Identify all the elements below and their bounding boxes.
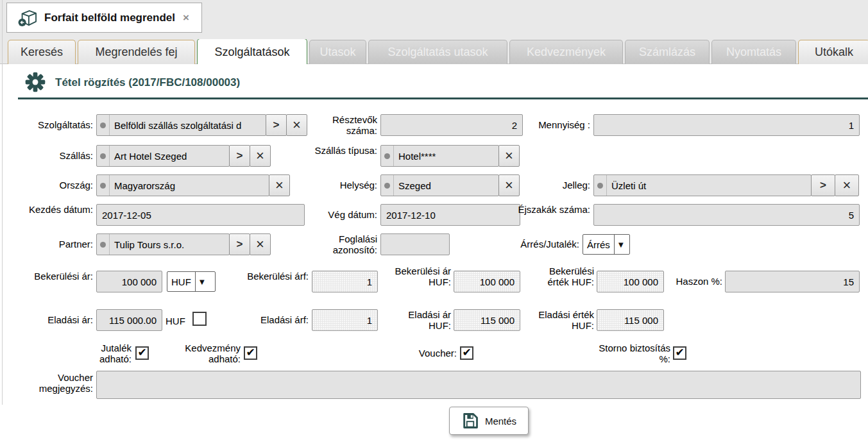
eladasi-ertek-huf-label: Eladási érték HUF: [522,309,594,331]
partner-clear-button[interactable]: × [250,233,271,255]
mennyiseg-field[interactable]: 1 [593,114,860,136]
bullet-icon [384,153,390,159]
haszon-field[interactable]: 15 [725,271,860,292]
eladasi-ar-label: Eladási ár: [29,314,93,325]
eladasi-ar-value: 115 000.00 [109,315,157,326]
tab-szolgaltatasok[interactable]: Szolgáltatások [197,39,307,64]
tab-kedvezmenyek: Kedvezmények [509,40,623,64]
voucher-checkbox[interactable]: ✔ [460,346,473,360]
tab-megrendeles-fej[interactable]: Megrendelés fej [78,40,195,64]
szolgaltatas-clear-button[interactable]: × [286,114,307,136]
szolgaltatas-combo[interactable]: Belföldi szállás szolgáltatási d > × [96,114,309,136]
eladasi-arf-value: 1 [367,315,372,326]
dropdown-arrow-icon: ▼ [614,235,627,254]
ejszakak-szama-field[interactable]: 5 [593,204,860,226]
resztevok-szama-label: Résztevők száma: [307,114,377,136]
check-icon: ✔ [462,347,471,358]
eladasi-ar-huf-field[interactable]: 115 000 [454,309,520,331]
foglalasi-azonosito-field[interactable] [380,233,450,255]
jelleg-clear-button[interactable]: × [835,174,859,196]
check-icon: ✔ [675,347,684,358]
bekerulesi-ertek-huf-value: 100 000 [624,276,658,287]
bekerulesi-ar-value: 100 000 [122,276,157,287]
orszag-label: Ország: [10,180,93,190]
jelleg-value: Üzleti út [611,180,646,191]
szallas-label: Szállás: [10,150,93,161]
bekerulesi-ertek-huf-label: Bekerülési érték HUF: [530,266,594,287]
arres-jutalek-value: Árrés [583,235,614,254]
veg-datum-field[interactable]: 2017-12-10 [380,204,520,226]
eladasi-ar-field[interactable]: 115 000.00 [96,309,162,331]
orszag-combo[interactable]: Magyarország × [96,174,291,196]
package-icon [17,9,38,27]
tab-kereses[interactable]: Keresés [8,40,76,64]
szallas-tipusa-combo[interactable]: Hotel**** × [380,145,520,167]
storno-biztositas-checkbox[interactable]: ✔ [673,346,686,360]
kedvezmeny-adhato-label: Kedvezmény adható: [164,343,241,364]
ejszakak-szama-value: 5 [849,210,854,221]
eladasi-ar-huf-value: 115 000 [481,315,515,326]
bekerulesi-ertek-huf-field[interactable]: 100 000 [597,271,664,292]
bekerulesi-ar-currency-value: HUF [167,272,195,291]
partner-label: Partner: [10,239,93,250]
szallas-value: Art Hotel Szeged [114,151,187,162]
title-divider [18,97,868,99]
veg-datum-value: 2017-12-10 [386,210,436,221]
orszag-value: Magyarország [114,180,175,191]
partner-open-button[interactable]: > [229,233,250,255]
szallas-open-button[interactable]: > [229,145,250,167]
bekerulesi-arf-field[interactable]: 1 [312,271,378,292]
jelleg-combo[interactable]: Üzleti út > × [593,174,860,196]
haszon-label: Haszon %: [661,276,722,287]
window-tab-forfait-belfold-megrendel[interactable]: Forfait belföld megrendel × [6,3,202,33]
save-button[interactable]: Mentés [449,407,529,435]
ejszakak-szama-label: Éjszakák száma: [516,204,590,215]
voucher-megjegyzes-label: Voucher megjegyzés: [13,372,93,394]
save-button-label: Mentés [485,416,516,427]
szolgaltatas-label: Szolgáltatás: [10,119,93,130]
jelleg-label: Jelleg: [516,180,590,190]
bullet-icon [100,183,106,189]
tab-bar: Keresés Megrendelés fej Szolgáltatások U… [8,39,868,64]
gear-icon [24,71,46,96]
jutalek-adhato-checkbox[interactable]: ✔ [135,346,149,360]
mennyiseg-label: Mennyiség : [516,119,590,130]
szallas-tipusa-value: Hotel**** [398,151,436,162]
bekerulesi-ar-label: Bekerülési ár: [29,271,93,282]
szolgaltatas-open-button[interactable]: > [266,114,287,136]
orszag-clear-button[interactable]: × [269,174,290,196]
panel-left-border [2,0,3,405]
tab-utokalk[interactable]: Utókalk [798,40,868,64]
partner-value: Tulip Tours s.r.o. [114,239,184,250]
bullet-icon [100,242,106,248]
window-tab-close-icon[interactable]: × [183,12,189,24]
page-title: Tétel rögzítés (2017/FBC/108/00003) [55,76,240,89]
szallas-combo[interactable]: Art Hotel Szeged > × [96,145,272,167]
eladasi-arf-field[interactable]: 1 [312,309,378,331]
dropdown-arrow-icon: ▼ [195,272,208,291]
arres-jutalek-select[interactable]: Árrés ▼ [583,234,630,255]
bullet-icon [100,123,106,128]
szallas-tipusa-clear-button[interactable]: × [498,145,520,167]
kezdes-datum-value: 2017-12-05 [102,210,151,221]
eladasi-ertek-huf-field[interactable]: 115 000 [597,309,664,331]
helyseg-combo[interactable]: Szeged × [380,174,520,196]
bekerulesi-ar-huf-field[interactable]: 100 000 [454,271,520,292]
partner-combo[interactable]: Tulip Tours s.r.o. > × [96,233,272,255]
bullet-icon [384,183,390,189]
szolgaltatas-value: Belföldi szállás szolgáltatási d [114,120,241,131]
jelleg-open-button[interactable]: > [811,174,835,196]
storno-biztositas-label: Storno biztosítás %: [597,343,670,364]
mennyiseg-value: 1 [849,120,854,131]
kedvezmeny-adhato-checkbox[interactable]: ✔ [244,346,257,360]
kezdes-datum-field[interactable]: 2017-12-05 [96,204,305,226]
bekerulesi-ar-currency-select[interactable]: HUF ▼ [167,271,216,292]
eladasi-ar-currency-checkbox[interactable] [192,312,207,326]
check-icon: ✔ [137,347,146,358]
voucher-megjegyzes-field[interactable] [96,371,861,399]
jutalek-adhato-label: Jutalék adható: [72,343,132,364]
szallas-clear-button[interactable]: × [250,145,271,167]
bullet-icon [100,153,106,159]
bekerulesi-ar-field[interactable]: 100 000 [96,271,162,292]
resztevok-szama-field[interactable]: 2 [380,114,523,136]
